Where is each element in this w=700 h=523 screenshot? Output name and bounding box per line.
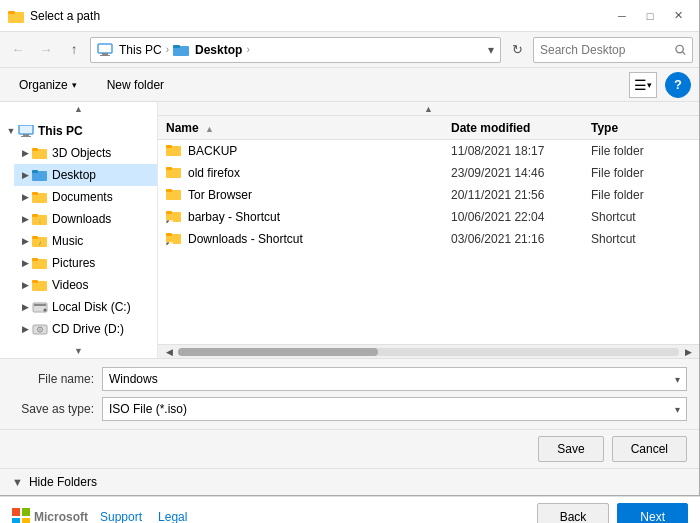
up-button[interactable]: ↑ xyxy=(62,38,86,62)
horizontal-scrollbar[interactable]: ◀ ▶ xyxy=(158,344,699,358)
save-button[interactable]: Save xyxy=(538,436,603,462)
support-link[interactable]: Support xyxy=(100,510,142,523)
file-type-oldfirefox: File folder xyxy=(591,166,691,180)
table-row[interactable]: BACKUP 11/08/2021 18:17 File folder xyxy=(158,140,699,162)
sidebar-item-3d-objects[interactable]: ▶ 3D Objects xyxy=(14,142,158,164)
col-name-header[interactable]: Name ▲ xyxy=(166,121,451,135)
expand-desktop[interactable]: ▶ xyxy=(18,168,32,182)
view-button[interactable]: ☰ ▾ xyxy=(629,72,657,98)
svg-rect-11 xyxy=(23,134,29,136)
address-bar[interactable]: This PC › Desktop › ▾ xyxy=(90,37,501,63)
svg-rect-23 xyxy=(32,236,38,239)
expand-local-disk[interactable]: ▶ xyxy=(18,300,32,314)
sort-arrow-up[interactable]: ▲ xyxy=(424,104,433,114)
expand-cd-drive[interactable]: ▶ xyxy=(18,322,32,336)
ms-square-2 xyxy=(22,508,30,516)
wizard-links: Support Legal xyxy=(100,510,187,523)
filename-input[interactable]: Windows ▾ xyxy=(102,367,687,391)
microsoft-logo: Microsoft xyxy=(12,508,88,523)
col-date-header[interactable]: Date modified xyxy=(451,121,591,135)
maximize-button[interactable]: □ xyxy=(637,6,663,26)
back-button[interactable]: ← xyxy=(6,38,30,62)
savetype-dropdown-arrow[interactable]: ▾ xyxy=(675,404,680,415)
sidebar-scroll-up[interactable]: ▲ xyxy=(0,102,157,116)
sidebar-item-this-pc[interactable]: ▼ This PC xyxy=(0,120,158,142)
hscroll-track[interactable] xyxy=(178,348,679,356)
toolbar: Organize ▾ New folder ☰ ▾ ? xyxy=(0,68,699,102)
col-type-header[interactable]: Type xyxy=(591,121,691,135)
hscroll-left-btn[interactable]: ◀ xyxy=(162,345,176,359)
sidebar-item-cd-drive[interactable]: ▶ CD Drive (D:) xyxy=(14,318,158,340)
sidebar-item-pictures[interactable]: ▶ Pictures xyxy=(14,252,158,274)
expand-downloads[interactable]: ▶ xyxy=(18,212,32,226)
savetype-row: Save as type: ISO File (*.iso) ▾ xyxy=(12,397,687,421)
sidebar-item-downloads[interactable]: ▶ ↓ Downloads xyxy=(14,208,158,230)
sidebar-item-local-disk[interactable]: ▶ Local Disk (C:) xyxy=(14,296,158,318)
hide-folders-label: Hide Folders xyxy=(29,475,97,489)
sidebar-item-music[interactable]: ▶ ♪ Music xyxy=(14,230,158,252)
new-folder-button[interactable]: New folder xyxy=(96,74,175,96)
search-bar[interactable] xyxy=(533,37,693,63)
svg-rect-3 xyxy=(102,53,108,55)
table-row[interactable]: barbay - Shortcut 10/06/2021 22:04 Short… xyxy=(158,206,699,228)
computer-icon xyxy=(18,123,34,139)
svg-point-7 xyxy=(676,45,683,52)
back-wizard-button[interactable]: Back xyxy=(537,503,610,523)
cancel-button[interactable]: Cancel xyxy=(612,436,687,462)
wizard-buttons: Back Next xyxy=(537,503,688,523)
expand-3d-objects[interactable]: ▶ xyxy=(18,146,32,160)
expand-pictures[interactable]: ▶ xyxy=(18,256,32,270)
savetype-label: Save as type: xyxy=(12,402,102,416)
expand-documents[interactable]: ▶ xyxy=(18,190,32,204)
svg-rect-20 xyxy=(32,214,38,217)
expand-this-pc[interactable]: ▼ xyxy=(4,124,18,138)
view-dropdown-icon: ▾ xyxy=(647,80,652,90)
forward-button[interactable]: → xyxy=(34,38,58,62)
expand-videos[interactable]: ▶ xyxy=(18,278,32,292)
ms-square-4 xyxy=(22,518,30,523)
refresh-button[interactable]: ↻ xyxy=(505,38,529,62)
svg-rect-12 xyxy=(21,136,31,137)
svg-rect-38 xyxy=(166,167,172,170)
hide-folders-row[interactable]: ▼ Hide Folders xyxy=(0,468,699,495)
file-type-backup: File folder xyxy=(591,144,691,158)
next-wizard-button[interactable]: Next xyxy=(617,503,688,523)
hide-folders-arrow-icon: ▼ xyxy=(12,476,23,488)
file-date-oldfirefox: 23/09/2021 14:46 xyxy=(451,166,591,180)
file-name-oldfirefox: old firefox xyxy=(188,166,451,180)
organize-button[interactable]: Organize ▾ xyxy=(8,74,88,96)
sidebar-item-documents[interactable]: ▶ Documents xyxy=(14,186,158,208)
sidebar-item-desktop[interactable]: ▶ Desktop xyxy=(14,164,158,186)
search-input[interactable] xyxy=(540,43,675,57)
downloads-label: Downloads xyxy=(52,212,111,226)
table-row[interactable]: old firefox 23/09/2021 14:46 File folder xyxy=(158,162,699,184)
folder-torbrowser-icon xyxy=(166,187,182,203)
microsoft-brand-label: Microsoft xyxy=(34,510,88,523)
svg-text:↓: ↓ xyxy=(38,217,42,224)
filename-dropdown-arrow[interactable]: ▾ xyxy=(675,374,680,385)
address-dropdown-arrow[interactable]: ▾ xyxy=(488,43,494,57)
svg-text:♪: ♪ xyxy=(38,239,42,246)
svg-rect-42 xyxy=(166,211,172,214)
music-label: Music xyxy=(52,234,83,248)
svg-rect-1 xyxy=(8,11,15,14)
legal-link[interactable]: Legal xyxy=(158,510,187,523)
minimize-button[interactable]: ─ xyxy=(609,6,635,26)
ms-grid-icon xyxy=(12,508,30,523)
close-button[interactable]: ✕ xyxy=(665,6,691,26)
table-row[interactable]: Tor Browser 20/11/2021 21:56 File folder xyxy=(158,184,699,206)
folder-videos-icon xyxy=(32,277,48,293)
file-type-downloads-shortcut: Shortcut xyxy=(591,232,691,246)
sidebar-item-videos[interactable]: ▶ Videos xyxy=(14,274,158,296)
help-button[interactable]: ? xyxy=(665,72,691,98)
expand-music[interactable]: ▶ xyxy=(18,234,32,248)
videos-label: Videos xyxy=(52,278,88,292)
file-name-downloads-shortcut: Downloads - Shortcut xyxy=(188,232,451,246)
address-part-1: This PC xyxy=(119,43,162,57)
sidebar-scroll-down[interactable]: ▼ xyxy=(0,344,157,358)
table-row[interactable]: Downloads - Shortcut 03/06/2021 21:16 Sh… xyxy=(158,228,699,250)
savetype-input[interactable]: ISO File (*.iso) ▾ xyxy=(102,397,687,421)
hscroll-thumb[interactable] xyxy=(178,348,378,356)
hscroll-right-btn[interactable]: ▶ xyxy=(681,345,695,359)
savetype-value: ISO File (*.iso) xyxy=(109,402,187,416)
